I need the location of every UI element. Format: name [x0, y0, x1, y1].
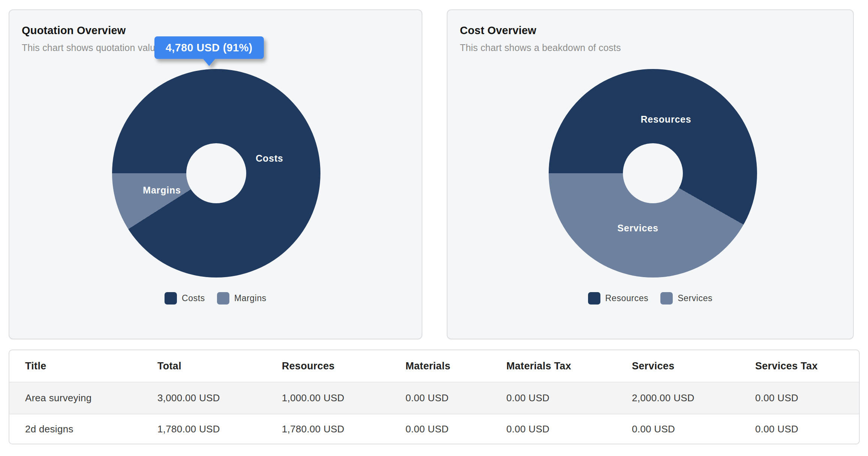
cost-donut-hole — [623, 143, 683, 203]
cell-services: 2,000.00 USD — [616, 382, 739, 414]
cell-materials: 0.00 USD — [390, 382, 491, 414]
cell-title: Area surveying — [9, 382, 142, 414]
services-swatch-icon — [660, 292, 673, 304]
col-header-title: Title — [9, 350, 142, 382]
quotation-card-subtitle: This chart shows quotation values — [22, 42, 165, 53]
margins-swatch-icon — [217, 292, 229, 304]
legend-item-margins[interactable]: Margins — [217, 292, 266, 304]
slice-label-margins: Margins — [143, 185, 181, 196]
quotation-lines-table-card: Title Total Resources Materials Material… — [9, 350, 860, 444]
cell-title: 2d designs — [9, 414, 142, 444]
legend-label-margins: Margins — [234, 293, 266, 303]
cell-materials: 0.00 USD — [390, 414, 491, 444]
quotation-lines-table: Title Total Resources Materials Material… — [9, 350, 860, 444]
cost-card-title: Cost Overview — [460, 24, 536, 37]
table-row-2d-designs[interactable]: 2d designs 1,780.00 USD 1,780.00 USD 0.0… — [9, 414, 860, 444]
cell-services-tax: 0.00 USD — [739, 382, 860, 414]
cell-total: 1,780.00 USD — [142, 414, 266, 444]
quotation-legend: Costs Margins — [9, 292, 422, 304]
resources-swatch-icon — [588, 292, 600, 304]
quotation-overview-card: Quotation Overview This chart shows quot… — [9, 9, 422, 339]
quotation-card-title: Quotation Overview — [22, 24, 126, 37]
cell-resources: 1,000.00 USD — [266, 382, 390, 414]
cell-services: 0.00 USD — [616, 414, 739, 444]
legend-item-costs[interactable]: Costs — [165, 292, 205, 304]
col-header-materials: Materials — [390, 350, 491, 382]
cost-card-subtitle: This chart shows a beakdown of costs — [460, 42, 621, 53]
table-header-row: Title Total Resources Materials Material… — [9, 350, 860, 382]
cost-donut-chart[interactable]: Resources Services — [549, 69, 757, 278]
legend-label-services: Services — [678, 293, 712, 303]
cost-legend: Resources Services — [447, 292, 853, 304]
legend-label-costs: Costs — [182, 293, 205, 303]
cell-services-tax: 0.00 USD — [739, 414, 860, 444]
slice-label-services: Services — [617, 223, 658, 234]
slice-label-costs: Costs — [256, 153, 283, 164]
legend-item-resources[interactable]: Resources — [588, 292, 648, 304]
chart-tooltip: 4,780 USD (91%) — [154, 36, 264, 59]
col-header-materials-tax: Materials Tax — [491, 350, 616, 382]
cell-resources: 1,780.00 USD — [266, 414, 390, 444]
quotation-donut-hole — [186, 143, 246, 203]
col-header-services-tax: Services Tax — [739, 350, 860, 382]
cell-materials-tax: 0.00 USD — [491, 414, 616, 444]
col-header-total: Total — [142, 350, 266, 382]
table-row-area-surveying[interactable]: Area surveying 3,000.00 USD 1,000.00 USD… — [9, 382, 860, 414]
cost-overview-card: Cost Overview This chart shows a beakdow… — [447, 9, 854, 339]
col-header-resources: Resources — [266, 350, 390, 382]
quotation-donut-chart[interactable]: Costs Margins — [112, 69, 320, 278]
cell-total: 3,000.00 USD — [142, 382, 266, 414]
col-header-services: Services — [616, 350, 739, 382]
slice-label-resources: Resources — [641, 114, 691, 125]
legend-label-resources: Resources — [605, 293, 648, 303]
cell-materials-tax: 0.00 USD — [491, 382, 616, 414]
legend-item-services[interactable]: Services — [660, 292, 712, 304]
costs-swatch-icon — [165, 292, 177, 304]
